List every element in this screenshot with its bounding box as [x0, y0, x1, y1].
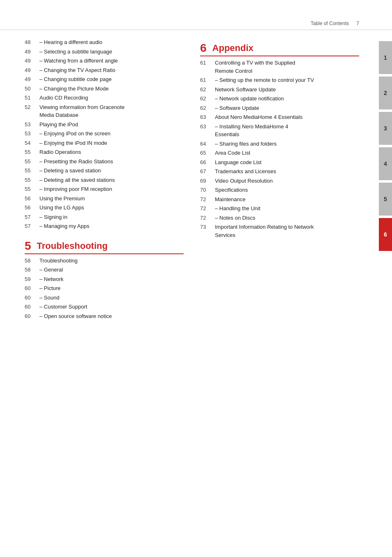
- toc-entry-lg-apps: 56 Using the LG Apps: [25, 204, 184, 212]
- toc-entry-subtitle-lang: 49 – Selecting a subtitle language: [25, 48, 184, 56]
- toc-entry-radio-ops: 55 Radio Operations: [25, 148, 184, 156]
- toc-entry-notes-discs: 72 – Notes on Discs: [200, 214, 359, 222]
- side-tab-5[interactable]: 5: [379, 183, 392, 216]
- toc-entry-picture: 60 – Picture: [25, 284, 184, 292]
- toc-entry-fm-reception: 55 – Improving poor FM reception: [25, 185, 184, 193]
- toc-entry-area-code: 65 Area Code List: [200, 149, 359, 157]
- section6-header: 6 Appendix: [200, 42, 359, 56]
- toc-entry-installing-nero: 63 – Installing Nero MediaHome 4Essentia…: [200, 123, 359, 139]
- side-tab-4[interactable]: 4: [379, 147, 392, 180]
- right-column: 6 Appendix 61 Controlling a TV with the …: [200, 38, 359, 330]
- toc-entry-ipod-in: 54 – Enjoying the iPod IN mode: [25, 139, 184, 147]
- toc-entry-playing-ipod: 53 Playing the iPod: [25, 121, 184, 129]
- toc-entry-video-output: 69 Video Output Resolution: [200, 177, 359, 185]
- toc-entry-trademarks: 67 Trademarks and Licenses: [200, 167, 359, 176]
- toc-entry-subtitle-code: 49 – Changing subtitle code page: [25, 75, 184, 84]
- toc-entry-troubleshooting: 58 Troubleshooting: [25, 257, 184, 265]
- section6-num: 6: [200, 42, 207, 54]
- toc-entry-maintenance: 72 Maintenance: [200, 195, 359, 204]
- section6-block: 6 Appendix 61 Controlling a TV with the …: [200, 42, 359, 239]
- header-page-num: 7: [356, 21, 359, 26]
- toc-entry-important-info: 73 Important Information Relating to Net…: [200, 223, 359, 239]
- toc-entry-sound: 60 – Sound: [25, 294, 184, 302]
- side-tab-3[interactable]: 3: [379, 112, 392, 145]
- toc-entry-delete-all-stations: 55 – Deleting all the saved stations: [25, 176, 184, 184]
- side-tab-2[interactable]: 2: [379, 77, 392, 109]
- left-entries-block: 48 – Hearing a different audio 49 – Sele…: [25, 38, 184, 230]
- toc-entry-hearing: 48 – Hearing a different audio: [25, 38, 184, 46]
- side-tabs: 1 2 3 4 5 6: [379, 41, 392, 253]
- toc-entry-network: 59 – Network: [25, 275, 184, 283]
- section5-block: 5 Troubleshooting 58 Troubleshooting 58 …: [25, 240, 184, 320]
- toc-entry-gracenote: 52 Viewing information from GracenoteMed…: [25, 103, 184, 119]
- toc-entry-software-update: 62 – Software Update: [200, 104, 359, 112]
- section5-header: 5 Troubleshooting: [25, 240, 184, 254]
- toc-entry-general: 58 – General: [25, 266, 184, 274]
- toc-entry-controlling-tv: 61 Controlling a TV with the SuppliedRem…: [200, 59, 359, 75]
- toc-entry-delete-station: 55 – Deleting a saved station: [25, 167, 184, 175]
- content-area: 48 – Hearing a different audio 49 – Sele…: [0, 30, 392, 338]
- toc-entry-network-software: 62 Network Software Update: [200, 86, 359, 94]
- page-header: Table of Contents 7: [0, 16, 392, 30]
- section6-title: Appendix: [212, 44, 254, 53]
- side-tab-6[interactable]: 6: [379, 218, 392, 251]
- toc-entry-different-angle: 49 – Watching from a different angle: [25, 57, 184, 65]
- left-column: 48 – Hearing a different audio 49 – Sele…: [25, 38, 184, 330]
- toc-entry-managing-apps: 57 – Managing my Apps: [25, 222, 184, 230]
- toc-entry-handling-unit: 72 – Handling the Unit: [200, 204, 359, 213]
- toc-entry-tv-aspect: 49 – Changing the TV Aspect Ratio: [25, 66, 184, 74]
- toc-entry-audio-cd: 51 Audio CD Recording: [25, 94, 184, 102]
- toc-entry-customer-support: 60 – Customer Support: [25, 303, 184, 311]
- toc-entry-picture-mode: 50 – Changing the Picture Mode: [25, 85, 184, 93]
- page-container: Table of Contents 7 1 2 3 4 5 6 48 – Hea…: [0, 0, 392, 557]
- toc-entry-nero: 63 About Nero MediaHome 4 Essentials: [200, 113, 359, 121]
- toc-entry-specifications: 70 Specifications: [200, 186, 359, 194]
- toc-entry-setting-remote: 61 – Setting up the remote to control yo…: [200, 76, 359, 84]
- toc-entry-network-notification: 62 – Network update notification: [200, 95, 359, 103]
- toc-entry-open-source: 60 – Open source software notice: [25, 312, 184, 320]
- section5-title: Troubleshooting: [37, 241, 108, 251]
- side-tab-1[interactable]: 1: [379, 41, 392, 74]
- section5-num: 5: [25, 240, 31, 252]
- toc-entry-premium: 56 Using the Premium: [25, 195, 184, 203]
- toc-entry-signing-in: 57 – Signing in: [25, 213, 184, 221]
- toc-entry-language-code: 66 Language code List: [200, 158, 359, 167]
- header-label: Table of Contents: [311, 21, 349, 26]
- toc-entry-presetting: 55 – Presetting the Radio Stations: [25, 158, 184, 166]
- toc-entry-sharing: 64 – Sharing files and folders: [200, 140, 359, 148]
- toc-entry-ipod-screen: 53 – Enjoying iPod on the screen: [25, 130, 184, 138]
